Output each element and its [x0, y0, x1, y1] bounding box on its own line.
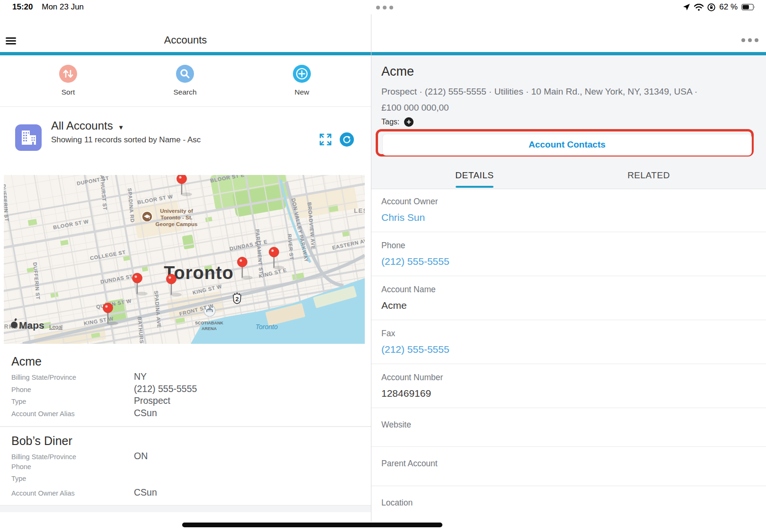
search-label: Search: [157, 88, 213, 96]
clock: 15:20: [12, 2, 33, 11]
refresh-button[interactable]: [340, 132, 354, 147]
detail-amount: £100 000 000,00: [381, 103, 449, 113]
field-label: Account Name: [381, 285, 436, 295]
detail-field-account-owner: Account Owner Chris Sun: [371, 189, 766, 232]
field-label: Fax: [381, 329, 395, 339]
record-field-row: Phone (212) 555-5555: [11, 384, 360, 396]
date: Mon 23 Jun: [42, 2, 84, 11]
field-value: NY: [134, 371, 147, 382]
account-card-bobs-diner[interactable]: Bob’s Diner Billing State/Province ON Ph…: [0, 427, 371, 505]
svg-text:ARENA: ARENA: [202, 326, 217, 331]
field-label: Phone: [11, 463, 134, 471]
svg-text:Toronto - St.: Toronto - St.: [160, 215, 193, 220]
new-label: New: [273, 88, 330, 96]
list-view-subtitle: Showing 11 records sorted by Name - Asc: [51, 135, 201, 145]
detail-field-parent-account: Parent Account: [371, 447, 766, 486]
detail-field-phone: Phone (212) 555-5555: [371, 232, 766, 276]
record-field-row: Account Owner Alias CSun: [11, 408, 360, 420]
field-value: (212) 555-5555: [134, 384, 197, 394]
map-campus-label: University of Toronto - St. George Campu…: [156, 208, 198, 227]
field-value: Prospect: [134, 395, 170, 406]
next-card-edge: [0, 505, 371, 512]
field-value-link[interactable]: Chris Sun: [381, 212, 425, 223]
field-label: Account Number: [381, 373, 443, 383]
active-tab-underline: [456, 186, 493, 188]
new-icon: [292, 64, 311, 83]
svg-text:Maps: Maps: [19, 320, 44, 331]
svg-text:University of: University of: [160, 208, 193, 214]
search-icon: [176, 64, 194, 83]
list-view-selector[interactable]: All Accounts ▼: [51, 119, 124, 132]
record-field-row: Type Prospect: [11, 395, 360, 408]
field-value-link[interactable]: (212) 555-5555: [381, 256, 449, 267]
field-label: Location: [381, 498, 413, 508]
detail-field-location: Location: [371, 486, 766, 522]
field-label: Account Owner Alias: [11, 410, 134, 418]
tags-row: Tags: +: [381, 117, 414, 127]
accounts-map[interactable]: 2 DUPONT ST BLOOR ST W BLOOR ST W BLOOR …: [4, 175, 365, 344]
expand-map-icon[interactable]: [319, 133, 332, 146]
list-view-title: All Accounts: [51, 119, 113, 132]
account-contacts-button[interactable]: Account Contacts: [383, 134, 751, 155]
map-water-label: Toronto: [255, 323, 278, 331]
more-actions-icon[interactable]: [741, 38, 758, 42]
page-title: Accounts: [0, 34, 371, 46]
refresh-icon: [343, 135, 351, 144]
sort-button[interactable]: Sort: [40, 64, 97, 96]
detail-field-account-name: Account Name Acme: [371, 276, 766, 320]
map-neighborhood-label: LESLIEVILLE: [354, 207, 365, 214]
status-bar-left: 15:20 Mon 23 Jun: [12, 2, 84, 12]
field-value: ON: [134, 451, 148, 462]
tags-label: Tags:: [381, 118, 399, 126]
svg-text:SCOTIABANK: SCOTIABANK: [195, 321, 223, 325]
divider: [0, 106, 371, 107]
location-icon: [683, 3, 690, 11]
record-name: Acme: [11, 355, 42, 368]
tab-details[interactable]: DETAILS: [441, 170, 508, 181]
detail-field-website: Website: [371, 408, 766, 447]
record-field-row: Billing State/Province ON: [11, 451, 360, 463]
status-bar-right: 62 %: [683, 2, 756, 12]
field-value: Acme: [381, 300, 407, 311]
chevron-down-icon: ▼: [118, 124, 124, 131]
field-label: Phone: [11, 386, 134, 393]
sort-icon: [59, 64, 78, 83]
field-label: Type: [11, 398, 134, 405]
field-value: CSun: [134, 408, 157, 419]
record-field-row: Phone: [11, 463, 360, 475]
university-poi-icon[interactable]: [142, 211, 152, 222]
map-legal-link[interactable]: Legal: [49, 324, 62, 330]
wifi-icon: [694, 4, 704, 11]
field-value-link[interactable]: (212) 555-5555: [381, 344, 449, 355]
field-label: Account Owner: [381, 197, 438, 207]
field-label: Phone: [381, 241, 405, 251]
app-window: 15:20 Mon 23 Jun 62 % Accounts: [0, 0, 766, 532]
field-value: CSun: [134, 487, 157, 498]
field-label: Billing State/Province: [11, 374, 134, 381]
record-name: Bob’s Diner: [11, 434, 72, 448]
record-field-row: Billing State/Province NY: [11, 371, 360, 384]
add-tag-icon[interactable]: +: [404, 117, 414, 127]
route-shield-icon: 2: [233, 292, 241, 304]
field-label: Type: [11, 475, 134, 482]
accounts-list-icon: [15, 124, 42, 151]
svg-text:George Campus: George Campus: [156, 221, 198, 227]
svg-text:2: 2: [235, 296, 238, 303]
detail-field-account-number: Account Number 128469169: [371, 364, 766, 408]
search-button[interactable]: Search: [157, 64, 213, 96]
account-card-acme[interactable]: Acme Billing State/Province NY Phone (21…: [0, 344, 371, 427]
field-label: Website: [381, 420, 411, 430]
field-label: Parent Account: [381, 459, 438, 469]
detail-subtitle: Prospect · (212) 555-5555 · Utilities · …: [381, 87, 755, 97]
field-label: Billing State/Province: [11, 453, 134, 461]
detail-header: Acme Prospect · (212) 555-5555 · Utiliti…: [371, 55, 766, 189]
multitask-dots-icon[interactable]: [376, 6, 393, 9]
battery-icon: [741, 4, 756, 10]
detail-title: Acme: [381, 64, 414, 79]
sort-label: Sort: [40, 88, 97, 96]
home-indicator[interactable]: [182, 523, 442, 527]
record-field-row: Account Owner Alias CSun: [11, 487, 360, 499]
new-button[interactable]: New: [273, 64, 330, 96]
tab-related[interactable]: RELATED: [616, 170, 682, 181]
brand-bar: [0, 52, 766, 55]
